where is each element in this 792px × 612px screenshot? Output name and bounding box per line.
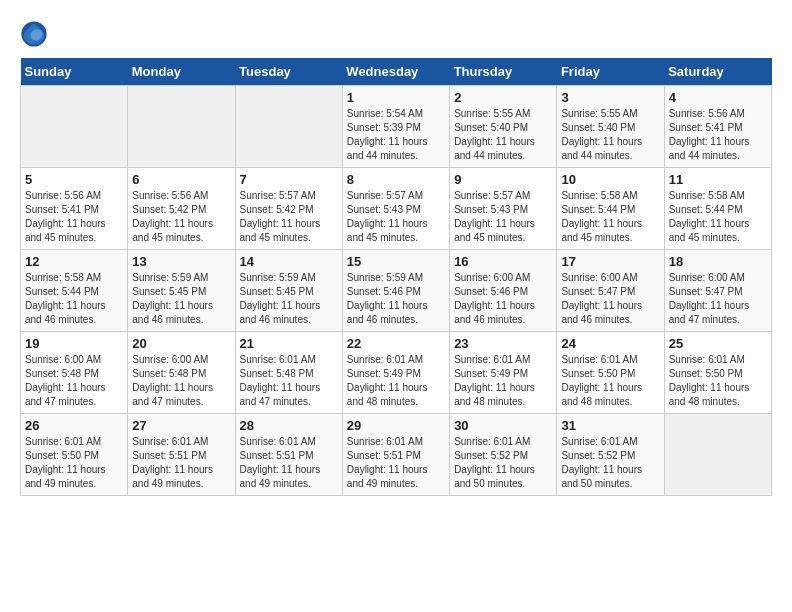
header-sunday: Sunday <box>21 58 128 86</box>
calendar-week-row: 5Sunrise: 5:56 AMSunset: 5:41 PMDaylight… <box>21 168 772 250</box>
day-info: Sunrise: 5:56 AMSunset: 5:42 PMDaylight:… <box>132 189 230 245</box>
header-tuesday: Tuesday <box>235 58 342 86</box>
day-info: Sunrise: 6:01 AMSunset: 5:50 PMDaylight:… <box>669 353 767 409</box>
day-info: Sunrise: 6:01 AMSunset: 5:51 PMDaylight:… <box>132 435 230 491</box>
table-row: 2Sunrise: 5:55 AMSunset: 5:40 PMDaylight… <box>450 86 557 168</box>
table-row <box>235 86 342 168</box>
day-number: 23 <box>454 336 552 351</box>
table-row: 17Sunrise: 6:00 AMSunset: 5:47 PMDayligh… <box>557 250 664 332</box>
table-row: 26Sunrise: 6:01 AMSunset: 5:50 PMDayligh… <box>21 414 128 496</box>
day-number: 31 <box>561 418 659 433</box>
table-row: 20Sunrise: 6:00 AMSunset: 5:48 PMDayligh… <box>128 332 235 414</box>
table-row: 22Sunrise: 6:01 AMSunset: 5:49 PMDayligh… <box>342 332 449 414</box>
day-number: 5 <box>25 172 123 187</box>
day-info: Sunrise: 5:56 AMSunset: 5:41 PMDaylight:… <box>25 189 123 245</box>
table-row <box>128 86 235 168</box>
table-row: 31Sunrise: 6:01 AMSunset: 5:52 PMDayligh… <box>557 414 664 496</box>
day-info: Sunrise: 5:58 AMSunset: 5:44 PMDaylight:… <box>561 189 659 245</box>
day-number: 11 <box>669 172 767 187</box>
header-thursday: Thursday <box>450 58 557 86</box>
day-info: Sunrise: 6:00 AMSunset: 5:46 PMDaylight:… <box>454 271 552 327</box>
day-info: Sunrise: 5:59 AMSunset: 5:45 PMDaylight:… <box>132 271 230 327</box>
day-number: 19 <box>25 336 123 351</box>
table-row: 5Sunrise: 5:56 AMSunset: 5:41 PMDaylight… <box>21 168 128 250</box>
day-info: Sunrise: 6:00 AMSunset: 5:47 PMDaylight:… <box>669 271 767 327</box>
day-info: Sunrise: 5:59 AMSunset: 5:46 PMDaylight:… <box>347 271 445 327</box>
calendar-table: Sunday Monday Tuesday Wednesday Thursday… <box>20 58 772 496</box>
logo-icon <box>20 20 48 48</box>
header-wednesday: Wednesday <box>342 58 449 86</box>
table-row: 14Sunrise: 5:59 AMSunset: 5:45 PMDayligh… <box>235 250 342 332</box>
day-number: 15 <box>347 254 445 269</box>
table-row: 27Sunrise: 6:01 AMSunset: 5:51 PMDayligh… <box>128 414 235 496</box>
page-header <box>20 20 772 48</box>
day-number: 3 <box>561 90 659 105</box>
calendar-week-row: 12Sunrise: 5:58 AMSunset: 5:44 PMDayligh… <box>21 250 772 332</box>
table-row: 8Sunrise: 5:57 AMSunset: 5:43 PMDaylight… <box>342 168 449 250</box>
table-row: 24Sunrise: 6:01 AMSunset: 5:50 PMDayligh… <box>557 332 664 414</box>
day-info: Sunrise: 5:58 AMSunset: 5:44 PMDaylight:… <box>25 271 123 327</box>
table-row: 25Sunrise: 6:01 AMSunset: 5:50 PMDayligh… <box>664 332 771 414</box>
day-info: Sunrise: 5:56 AMSunset: 5:41 PMDaylight:… <box>669 107 767 163</box>
day-number: 22 <box>347 336 445 351</box>
day-info: Sunrise: 6:01 AMSunset: 5:50 PMDaylight:… <box>561 353 659 409</box>
table-row <box>664 414 771 496</box>
table-row <box>21 86 128 168</box>
table-row: 9Sunrise: 5:57 AMSunset: 5:43 PMDaylight… <box>450 168 557 250</box>
day-number: 10 <box>561 172 659 187</box>
day-info: Sunrise: 6:01 AMSunset: 5:49 PMDaylight:… <box>347 353 445 409</box>
table-row: 18Sunrise: 6:00 AMSunset: 5:47 PMDayligh… <box>664 250 771 332</box>
day-number: 29 <box>347 418 445 433</box>
day-info: Sunrise: 6:01 AMSunset: 5:49 PMDaylight:… <box>454 353 552 409</box>
day-number: 26 <box>25 418 123 433</box>
table-row: 16Sunrise: 6:00 AMSunset: 5:46 PMDayligh… <box>450 250 557 332</box>
table-row: 12Sunrise: 5:58 AMSunset: 5:44 PMDayligh… <box>21 250 128 332</box>
day-number: 8 <box>347 172 445 187</box>
day-number: 12 <box>25 254 123 269</box>
day-number: 21 <box>240 336 338 351</box>
day-number: 30 <box>454 418 552 433</box>
day-info: Sunrise: 6:00 AMSunset: 5:48 PMDaylight:… <box>25 353 123 409</box>
day-number: 20 <box>132 336 230 351</box>
day-number: 25 <box>669 336 767 351</box>
day-number: 18 <box>669 254 767 269</box>
calendar-week-row: 19Sunrise: 6:00 AMSunset: 5:48 PMDayligh… <box>21 332 772 414</box>
table-row: 6Sunrise: 5:56 AMSunset: 5:42 PMDaylight… <box>128 168 235 250</box>
day-number: 14 <box>240 254 338 269</box>
table-row: 10Sunrise: 5:58 AMSunset: 5:44 PMDayligh… <box>557 168 664 250</box>
weekday-header-row: Sunday Monday Tuesday Wednesday Thursday… <box>21 58 772 86</box>
day-number: 4 <box>669 90 767 105</box>
logo <box>20 20 52 48</box>
day-info: Sunrise: 5:59 AMSunset: 5:45 PMDaylight:… <box>240 271 338 327</box>
table-row: 15Sunrise: 5:59 AMSunset: 5:46 PMDayligh… <box>342 250 449 332</box>
table-row: 11Sunrise: 5:58 AMSunset: 5:44 PMDayligh… <box>664 168 771 250</box>
day-number: 7 <box>240 172 338 187</box>
table-row: 29Sunrise: 6:01 AMSunset: 5:51 PMDayligh… <box>342 414 449 496</box>
table-row: 1Sunrise: 5:54 AMSunset: 5:39 PMDaylight… <box>342 86 449 168</box>
day-info: Sunrise: 5:55 AMSunset: 5:40 PMDaylight:… <box>454 107 552 163</box>
table-row: 21Sunrise: 6:01 AMSunset: 5:48 PMDayligh… <box>235 332 342 414</box>
day-info: Sunrise: 6:01 AMSunset: 5:51 PMDaylight:… <box>240 435 338 491</box>
day-info: Sunrise: 6:01 AMSunset: 5:51 PMDaylight:… <box>347 435 445 491</box>
day-number: 24 <box>561 336 659 351</box>
calendar-week-row: 26Sunrise: 6:01 AMSunset: 5:50 PMDayligh… <box>21 414 772 496</box>
day-info: Sunrise: 5:55 AMSunset: 5:40 PMDaylight:… <box>561 107 659 163</box>
day-number: 9 <box>454 172 552 187</box>
table-row: 13Sunrise: 5:59 AMSunset: 5:45 PMDayligh… <box>128 250 235 332</box>
day-info: Sunrise: 5:57 AMSunset: 5:42 PMDaylight:… <box>240 189 338 245</box>
header-monday: Monday <box>128 58 235 86</box>
table-row: 23Sunrise: 6:01 AMSunset: 5:49 PMDayligh… <box>450 332 557 414</box>
day-info: Sunrise: 5:57 AMSunset: 5:43 PMDaylight:… <box>454 189 552 245</box>
day-info: Sunrise: 5:58 AMSunset: 5:44 PMDaylight:… <box>669 189 767 245</box>
calendar-week-row: 1Sunrise: 5:54 AMSunset: 5:39 PMDaylight… <box>21 86 772 168</box>
table-row: 4Sunrise: 5:56 AMSunset: 5:41 PMDaylight… <box>664 86 771 168</box>
table-row: 30Sunrise: 6:01 AMSunset: 5:52 PMDayligh… <box>450 414 557 496</box>
table-row: 19Sunrise: 6:00 AMSunset: 5:48 PMDayligh… <box>21 332 128 414</box>
day-info: Sunrise: 6:01 AMSunset: 5:52 PMDaylight:… <box>561 435 659 491</box>
day-number: 2 <box>454 90 552 105</box>
day-number: 13 <box>132 254 230 269</box>
day-number: 17 <box>561 254 659 269</box>
header-saturday: Saturday <box>664 58 771 86</box>
day-number: 6 <box>132 172 230 187</box>
table-row: 3Sunrise: 5:55 AMSunset: 5:40 PMDaylight… <box>557 86 664 168</box>
